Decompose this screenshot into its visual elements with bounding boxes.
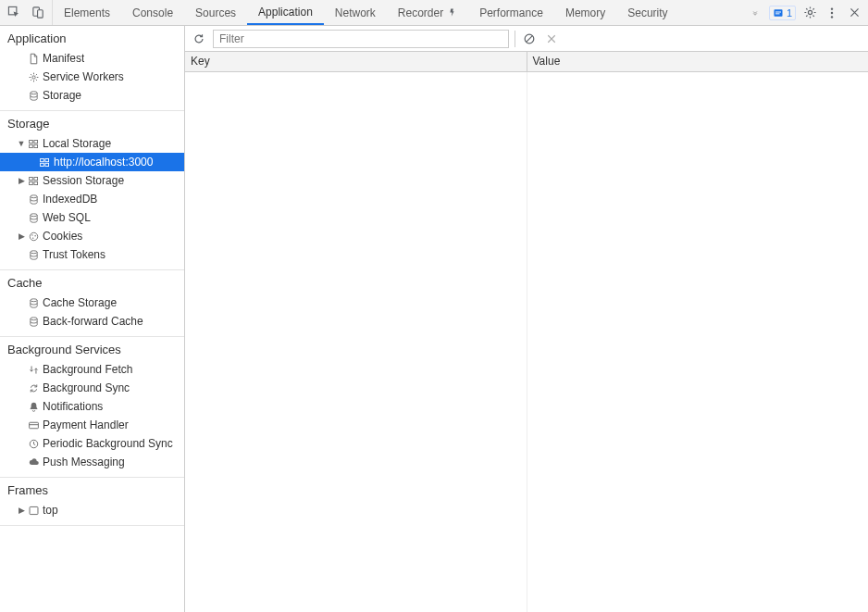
column-value[interactable]: Value	[527, 52, 869, 71]
tab-console[interactable]: Console	[121, 0, 184, 25]
tree-item-label: Storage	[41, 89, 81, 102]
storage-content: Key Value	[185, 26, 868, 612]
tree-item-label: http://localhost:3000	[52, 156, 153, 169]
tree-item[interactable]: Trust Tokens	[0, 245, 184, 264]
tree-item[interactable]: ▶top	[0, 501, 184, 519]
tab-performance[interactable]: Performance	[468, 0, 554, 25]
svg-point-10	[31, 75, 34, 78]
svg-point-7	[831, 7, 833, 9]
tree-item[interactable]: Back-forward Cache	[0, 312, 184, 331]
tab-sources[interactable]: Sources	[184, 0, 247, 25]
svg-rect-33	[29, 422, 38, 429]
grid-icon	[26, 175, 41, 187]
cookie-icon	[26, 231, 41, 243]
tree-item-label: Background Sync	[41, 381, 130, 394]
tab-application[interactable]: Application	[247, 0, 324, 25]
column-key[interactable]: Key	[185, 52, 527, 71]
tree-item[interactable]: IndexedDB	[0, 190, 184, 208]
tree-item-label: Web SQL	[41, 211, 91, 224]
file-icon	[26, 53, 41, 65]
tree-item-label: Trust Tokens	[41, 248, 105, 261]
delete-selected-icon[interactable]	[543, 31, 560, 47]
disclosure-arrow-icon[interactable]: ▶	[17, 506, 26, 515]
table-col-key	[185, 72, 527, 612]
svg-point-25	[30, 213, 36, 216]
frame-icon	[26, 505, 41, 517]
filter-input[interactable]	[213, 30, 509, 48]
svg-point-26	[30, 232, 37, 240]
svg-line-38	[527, 35, 533, 42]
tabs-overflow-icon[interactable]	[747, 5, 763, 21]
svg-point-27	[31, 234, 32, 235]
tab-network[interactable]: Network	[324, 0, 387, 25]
svg-rect-2	[37, 10, 43, 18]
tab-recorder[interactable]: Recorder	[387, 0, 468, 25]
section-title: Storage	[0, 111, 184, 134]
tree-item[interactable]: Manifest	[0, 49, 184, 68]
tabbar-lead	[0, 0, 53, 25]
disclosure-arrow-icon[interactable]: ▶	[17, 176, 26, 185]
more-menu-icon[interactable]	[824, 5, 840, 21]
disclosure-arrow-icon[interactable]: ▶	[17, 231, 26, 241]
svg-rect-12	[29, 140, 32, 143]
tree-item[interactable]: Storage	[0, 86, 184, 105]
cloud-icon	[26, 456, 41, 468]
tree-item[interactable]: Web SQL	[0, 208, 184, 227]
tree-item[interactable]: Service Workers	[0, 68, 184, 86]
bell-icon	[26, 401, 41, 413]
db-icon	[26, 297, 41, 309]
grid-icon	[37, 156, 52, 169]
sync-icon	[26, 382, 41, 394]
db-icon	[26, 249, 41, 261]
settings-icon[interactable]	[801, 5, 818, 21]
device-toggle-icon[interactable]	[30, 5, 46, 21]
tree-item-label: Session Storage	[41, 174, 124, 187]
grid-icon	[26, 138, 41, 150]
svg-rect-4	[775, 11, 781, 12]
svg-rect-20	[29, 177, 32, 180]
tab-security[interactable]: Security	[616, 0, 678, 25]
tree-item[interactable]: ▶Session Storage	[0, 171, 184, 190]
close-devtools-icon[interactable]	[846, 5, 862, 21]
svg-point-8	[831, 11, 833, 13]
clear-all-icon[interactable]	[521, 31, 538, 47]
tree-item[interactable]: Payment Handler	[0, 416, 184, 434]
devtools-tabbar: ElementsConsoleSourcesApplicationNetwork…	[0, 0, 868, 26]
tree-item-label: Push Messaging	[41, 456, 125, 468]
svg-point-28	[34, 234, 35, 235]
gear-icon	[26, 71, 41, 83]
tree-item[interactable]: ▶Cookies	[0, 227, 184, 245]
svg-rect-5	[775, 13, 780, 14]
tree-item[interactable]: Notifications	[0, 397, 184, 416]
svg-rect-36	[30, 506, 38, 514]
tree-item[interactable]: Push Messaging	[0, 453, 184, 471]
tree-item[interactable]: Cache Storage	[0, 294, 184, 312]
tree-item-label: Background Fetch	[41, 363, 132, 376]
svg-point-32	[30, 317, 36, 319]
tree-item-label: Local Storage	[41, 137, 111, 150]
section-title: Cache	[0, 270, 184, 294]
section-title: Frames	[0, 478, 184, 501]
fetch-icon	[26, 364, 41, 376]
tree-item-label: Payment Handler	[41, 418, 129, 431]
svg-point-31	[30, 298, 36, 301]
tree-item-label: Back-forward Cache	[41, 315, 143, 328]
tree-item[interactable]: Periodic Background Sync	[0, 434, 184, 453]
tab-memory[interactable]: Memory	[554, 0, 616, 25]
application-sidebar: ApplicationManifestService WorkersStorag…	[0, 26, 185, 612]
tab-elements[interactable]: Elements	[53, 0, 121, 25]
disclosure-arrow-icon[interactable]: ▼	[17, 139, 26, 148]
tree-item[interactable]: Background Fetch	[0, 360, 184, 379]
inspect-element-icon[interactable]	[6, 5, 22, 21]
tree-item-label: Service Workers	[41, 70, 124, 83]
db-icon	[26, 194, 41, 206]
svg-point-24	[30, 194, 36, 197]
refresh-icon[interactable]	[191, 31, 207, 47]
tree-item[interactable]: ▼Local Storage	[0, 134, 184, 153]
issues-badge[interactable]: 1	[769, 6, 796, 20]
table-col-value	[527, 72, 869, 612]
tree-item[interactable]: Background Sync	[0, 379, 184, 397]
toolbar-separator	[515, 31, 515, 47]
tree-item[interactable]: http://localhost:3000	[0, 153, 184, 171]
db-icon	[26, 90, 41, 102]
